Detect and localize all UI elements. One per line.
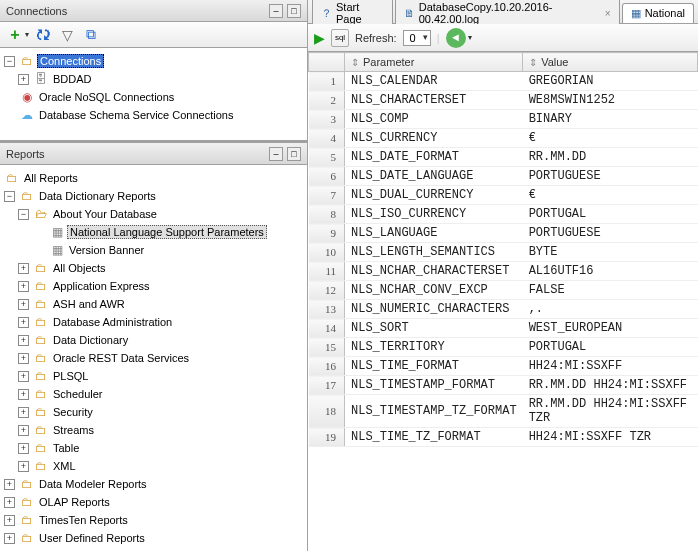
cell-value[interactable]: GREGORIAN — [523, 72, 698, 91]
report-group-node[interactable]: +🗀Application Express — [2, 277, 305, 295]
cell-parameter[interactable]: NLS_CHARACTERSET — [345, 91, 523, 110]
cell-value[interactable]: BINARY — [523, 110, 698, 129]
cell-value[interactable]: RR.MM.DD — [523, 148, 698, 167]
table-row[interactable]: 6NLS_DATE_LANGUAGEPORTUGUESE — [309, 167, 698, 186]
table-row[interactable]: 9NLS_LANGUAGEPORTUGUESE — [309, 224, 698, 243]
cell-value[interactable]: PORTUGAL — [523, 338, 698, 357]
cell-value[interactable]: WE8MSWIN1252 — [523, 91, 698, 110]
cell-parameter[interactable]: NLS_TIMESTAMP_FORMAT — [345, 376, 523, 395]
column-header-parameter[interactable]: ⇕Parameter — [345, 53, 523, 72]
report-group-node[interactable]: +🗀Data Dictionary — [2, 331, 305, 349]
refresh-dropdown[interactable]: 0 — [403, 30, 431, 46]
data-dictionary-reports-node[interactable]: − 🗀 Data Dictionary Reports — [2, 187, 305, 205]
all-reports-node[interactable]: 🗀 All Reports — [2, 169, 305, 187]
results-grid[interactable]: ⇕Parameter ⇕Value 1NLS_CALENDARGREGORIAN… — [308, 52, 698, 551]
about-database-node[interactable]: − 🗁 About Your Database — [2, 205, 305, 223]
expand-icon[interactable]: + — [4, 497, 15, 508]
report-group-node[interactable]: +🗀ASH and AWR — [2, 295, 305, 313]
cell-value[interactable]: RR.MM.DD HH24:MI:SSXFF — [523, 376, 698, 395]
report-category-node[interactable]: +🗀Data Modeler Reports — [2, 475, 305, 493]
cell-parameter[interactable]: NLS_SORT — [345, 319, 523, 338]
cell-parameter[interactable]: NLS_NCHAR_CONV_EXCP — [345, 281, 523, 300]
report-group-node[interactable]: +🗀Table — [2, 439, 305, 457]
cell-value[interactable]: € — [523, 129, 698, 148]
cell-value[interactable]: BYTE — [523, 243, 698, 262]
expand-icon[interactable]: + — [18, 281, 29, 292]
cell-parameter[interactable]: NLS_DATE_LANGUAGE — [345, 167, 523, 186]
connection-item-schema[interactable]: ☁ Database Schema Service Connections — [2, 106, 305, 124]
cell-parameter[interactable]: NLS_LENGTH_SEMANTICS — [345, 243, 523, 262]
expand-icon[interactable]: + — [18, 425, 29, 436]
minimize-icon[interactable]: – — [269, 4, 283, 18]
table-row[interactable]: 15NLS_TERRITORYPORTUGAL — [309, 338, 698, 357]
expand-icon[interactable]: + — [18, 353, 29, 364]
cell-value[interactable]: € — [523, 186, 698, 205]
table-row[interactable]: 13NLS_NUMERIC_CHARACTERS,. — [309, 300, 698, 319]
table-row[interactable]: 12NLS_NCHAR_CONV_EXCPFALSE — [309, 281, 698, 300]
cell-value[interactable]: WEST_EUROPEAN — [523, 319, 698, 338]
report-category-node[interactable]: +🗀TimesTen Reports — [2, 511, 305, 529]
cell-parameter[interactable]: NLS_DUAL_CURRENCY — [345, 186, 523, 205]
connections-tree[interactable]: − 🗀 Connections + 🗄 BDDAD ◉ Oracle NoSQL… — [0, 48, 307, 140]
table-row[interactable]: 11NLS_NCHAR_CHARACTERSETAL16UTF16 — [309, 262, 698, 281]
table-row[interactable]: 19NLS_TIME_TZ_FORMATHH24:MI:SSXFF TZR — [309, 428, 698, 447]
expand-icon[interactable]: + — [18, 74, 29, 85]
collapse-icon[interactable]: − — [18, 209, 29, 220]
report-group-node[interactable]: +🗀XML — [2, 457, 305, 475]
run-button[interactable]: ▶ — [314, 30, 325, 46]
cell-value[interactable]: RR.MM.DD HH24:MI:SSXFF TZR — [523, 395, 698, 428]
cell-parameter[interactable]: NLS_TERRITORY — [345, 338, 523, 357]
report-group-node[interactable]: +🗀Database Administration — [2, 313, 305, 331]
table-row[interactable]: 1NLS_CALENDARGREGORIAN — [309, 72, 698, 91]
table-row[interactable]: 5NLS_DATE_FORMATRR.MM.DD — [309, 148, 698, 167]
maximize-icon[interactable]: □ — [287, 147, 301, 161]
cell-parameter[interactable]: NLS_CURRENCY — [345, 129, 523, 148]
version-banner-node[interactable]: ▦ Version Banner — [2, 241, 305, 259]
minimize-icon[interactable]: – — [269, 147, 283, 161]
nav-dropdown-icon[interactable]: ▾ — [468, 33, 472, 42]
column-header-value[interactable]: ⇕Value — [523, 53, 698, 72]
table-row[interactable]: 16NLS_TIME_FORMATHH24:MI:SSXFF — [309, 357, 698, 376]
cell-parameter[interactable]: NLS_TIME_TZ_FORMAT — [345, 428, 523, 447]
report-category-node[interactable]: +🗀OLAP Reports — [2, 493, 305, 511]
cell-value[interactable]: FALSE — [523, 281, 698, 300]
cell-parameter[interactable]: NLS_ISO_CURRENCY — [345, 205, 523, 224]
expand-icon[interactable]: + — [18, 317, 29, 328]
nls-params-node[interactable]: ▦ National Language Support Parameters — [2, 223, 305, 241]
rownum-header[interactable] — [309, 53, 345, 72]
cell-value[interactable]: PORTUGAL — [523, 205, 698, 224]
expand-icon[interactable]: + — [18, 263, 29, 274]
report-group-node[interactable]: +🗀Security — [2, 403, 305, 421]
report-group-node[interactable]: +🗀Oracle REST Data Services — [2, 349, 305, 367]
filter-icon[interactable]: ▽ — [57, 25, 77, 45]
cell-value[interactable]: PORTUGUESE — [523, 167, 698, 186]
cell-parameter[interactable]: NLS_TIME_FORMAT — [345, 357, 523, 376]
cell-value[interactable]: AL16UTF16 — [523, 262, 698, 281]
expand-icon[interactable]: − — [4, 56, 15, 67]
cell-parameter[interactable]: NLS_NCHAR_CHARACTERSET — [345, 262, 523, 281]
cell-value[interactable]: ,. — [523, 300, 698, 319]
tab-national[interactable]: ▦ National — [622, 3, 694, 23]
expand-icon[interactable]: + — [4, 515, 15, 526]
table-row[interactable]: 4NLS_CURRENCY€ — [309, 129, 698, 148]
cell-parameter[interactable]: NLS_CALENDAR — [345, 72, 523, 91]
report-category-node[interactable]: +🗀User Defined Reports — [2, 529, 305, 547]
table-row[interactable]: 18NLS_TIMESTAMP_TZ_FORMATRR.MM.DD HH24:M… — [309, 395, 698, 428]
table-row[interactable]: 7NLS_DUAL_CURRENCY€ — [309, 186, 698, 205]
table-row[interactable]: 8NLS_ISO_CURRENCYPORTUGAL — [309, 205, 698, 224]
cell-parameter[interactable]: NLS_DATE_FORMAT — [345, 148, 523, 167]
add-dropdown-icon[interactable]: ▾ — [25, 30, 29, 39]
connection-item-nosql[interactable]: ◉ Oracle NoSQL Connections — [2, 88, 305, 106]
cell-parameter[interactable]: NLS_NUMERIC_CHARACTERS — [345, 300, 523, 319]
connections-root[interactable]: − 🗀 Connections — [2, 52, 305, 70]
sql-button[interactable]: sql — [331, 29, 349, 47]
expand-icon[interactable]: + — [18, 299, 29, 310]
expand-icon[interactable]: + — [18, 335, 29, 346]
expand-icon[interactable]: + — [18, 389, 29, 400]
cell-parameter[interactable]: NLS_COMP — [345, 110, 523, 129]
report-group-node[interactable]: +🗀PLSQL — [2, 367, 305, 385]
table-row[interactable]: 14NLS_SORTWEST_EUROPEAN — [309, 319, 698, 338]
expand-icon[interactable]: + — [18, 443, 29, 454]
expand-icon[interactable]: + — [18, 461, 29, 472]
table-row[interactable]: 10NLS_LENGTH_SEMANTICSBYTE — [309, 243, 698, 262]
